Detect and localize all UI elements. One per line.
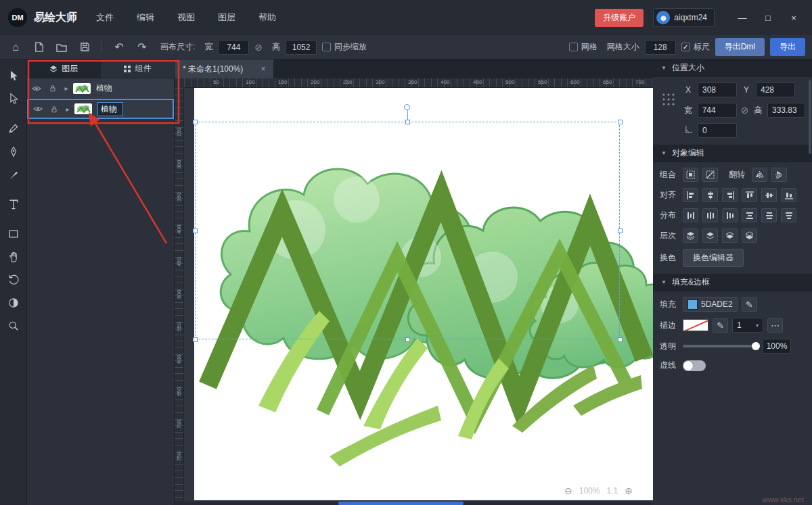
history-tool-icon[interactable] xyxy=(4,270,23,289)
direct-select-tool-icon[interactable] xyxy=(4,89,23,108)
zoom-ratio-button[interactable]: 1:1 xyxy=(606,486,618,496)
bring-to-front-button[interactable] xyxy=(683,229,698,243)
opacity-slider-knob[interactable] xyxy=(752,342,760,350)
horizontal-scrollbar-thumb[interactable] xyxy=(338,502,464,505)
tab-layers[interactable]: 图层 xyxy=(27,59,101,78)
layer-name-edit-field[interactable]: 植物 xyxy=(97,102,123,116)
home-icon[interactable]: ⌂ xyxy=(7,39,24,56)
shape-tool-icon[interactable] xyxy=(4,224,23,243)
save-icon[interactable] xyxy=(76,39,93,56)
select-tool-icon[interactable] xyxy=(4,66,23,85)
canvas-height-input[interactable] xyxy=(286,40,317,55)
section-object-header[interactable]: ▼ 对象编辑 xyxy=(653,145,812,162)
brush-tool-icon[interactable] xyxy=(4,165,23,184)
align-right-button[interactable] xyxy=(722,188,738,202)
menu-item-4[interactable]: 帮助 xyxy=(257,9,277,26)
group-button[interactable] xyxy=(683,168,698,182)
visibility-eye-icon[interactable] xyxy=(30,85,43,92)
section-fill-header[interactable]: ▼ 填充&边框 xyxy=(653,274,812,291)
grid-checkbox-row[interactable]: 网格 xyxy=(569,41,597,53)
stroke-none-swatch[interactable] xyxy=(683,319,708,331)
selection-handle-ne[interactable] xyxy=(618,120,623,124)
unlink-icon[interactable]: ⊘ xyxy=(741,105,749,116)
grid-checkbox[interactable] xyxy=(569,43,578,51)
align-bottom-button[interactable] xyxy=(781,188,796,202)
align-left-button[interactable] xyxy=(683,188,698,202)
layer-row-1[interactable]: ▸ 植物 xyxy=(27,78,174,99)
selection-handle-sw[interactable] xyxy=(193,337,198,342)
gradient-tool-icon[interactable] xyxy=(4,293,23,312)
rotation-input[interactable] xyxy=(698,123,737,138)
sync-scale-checkbox-row[interactable]: 同步缩放 xyxy=(322,41,367,53)
stroke-edit-pen-icon[interactable]: ✎ xyxy=(713,318,728,333)
flip-horizontal-button[interactable] xyxy=(752,168,767,182)
zoom-out-icon[interactable]: ⊖ xyxy=(564,485,572,496)
document-tab[interactable]: * 未命名1(100%) × xyxy=(175,59,273,78)
layer-row-2-selected[interactable]: ▸ 植物 xyxy=(27,99,174,119)
lock-icon[interactable] xyxy=(46,84,60,93)
minimize-button[interactable]: — xyxy=(732,9,752,26)
visibility-eye-icon[interactable] xyxy=(31,105,45,112)
unlink-icon[interactable]: ⊘ xyxy=(254,42,263,53)
canvas-width-input[interactable] xyxy=(218,40,249,55)
x-input[interactable] xyxy=(698,82,737,97)
redo-icon[interactable]: ↷ xyxy=(133,39,151,56)
ruler-checkbox-row[interactable]: ✓ 标尺 xyxy=(681,41,710,53)
document-canvas[interactable] xyxy=(194,88,653,500)
fill-edit-pen-icon[interactable]: ✎ xyxy=(742,297,757,312)
distribute-v-top-button[interactable] xyxy=(742,208,757,222)
ungroup-button[interactable] xyxy=(702,168,718,182)
sync-scale-checkbox[interactable] xyxy=(322,43,331,51)
panel-scrollbar-thumb[interactable] xyxy=(809,80,811,154)
menu-item-3[interactable]: 图层 xyxy=(217,9,237,26)
close-button[interactable]: × xyxy=(784,9,804,26)
distribute-h-center-button[interactable] xyxy=(702,208,718,222)
menu-item-2[interactable]: 视图 xyxy=(176,9,196,26)
rotation-handle[interactable] xyxy=(404,104,410,110)
pen-tool-icon[interactable] xyxy=(4,142,23,161)
flip-vertical-button[interactable] xyxy=(771,168,787,182)
bring-forward-button[interactable] xyxy=(702,229,718,243)
zoom-in-icon[interactable]: ⊕ xyxy=(625,485,633,496)
export-dml-button[interactable]: 导出Dml xyxy=(715,38,765,56)
dash-toggle[interactable] xyxy=(683,360,706,371)
zoom-tool-icon[interactable] xyxy=(4,316,23,335)
selection-handle-s[interactable] xyxy=(405,337,410,342)
expand-caret-icon[interactable]: ▸ xyxy=(62,85,70,92)
selection-handle-se[interactable] xyxy=(618,337,623,342)
maximize-button[interactable]: □ xyxy=(758,9,778,26)
distribute-v-bottom-button[interactable] xyxy=(781,208,796,222)
upgrade-account-button[interactable]: 升级账户 xyxy=(595,9,644,27)
recolor-editor-button[interactable]: 换色编辑器 xyxy=(683,249,744,267)
text-tool-icon[interactable] xyxy=(4,195,23,214)
fill-color-button[interactable]: 5DADE2 xyxy=(683,297,738,312)
width-input[interactable] xyxy=(698,103,737,118)
ruler-checkbox[interactable]: ✓ xyxy=(681,43,690,51)
grid-size-input[interactable] xyxy=(645,40,676,55)
layer-name[interactable]: 植物 xyxy=(96,82,112,94)
section-position-header[interactable]: ▼ 位置大小 xyxy=(653,59,812,77)
distribute-h-left-button[interactable] xyxy=(683,208,698,222)
height-input[interactable] xyxy=(767,103,805,118)
distribute-v-middle-button[interactable] xyxy=(761,208,777,222)
anchor-grid-icon[interactable] xyxy=(661,92,676,109)
send-backward-button[interactable] xyxy=(722,229,738,243)
tab-components[interactable]: 组件 xyxy=(101,59,175,78)
selection-handle-n[interactable] xyxy=(405,120,410,124)
open-folder-icon[interactable] xyxy=(53,39,70,56)
selection-handle-e[interactable] xyxy=(618,229,623,233)
stroke-width-select[interactable]: 1 ▾ xyxy=(732,318,763,333)
selection-handle-w[interactable] xyxy=(193,229,198,233)
pencil-tool-icon[interactable] xyxy=(4,119,23,138)
send-to-back-button[interactable] xyxy=(742,229,757,243)
lock-icon[interactable] xyxy=(47,105,61,114)
hand-tool-icon[interactable] xyxy=(4,247,23,266)
expand-caret-icon[interactable]: ▸ xyxy=(64,105,72,113)
undo-icon[interactable]: ↶ xyxy=(110,39,128,56)
distribute-h-right-button[interactable] xyxy=(722,208,738,222)
export-button[interactable]: 导出 xyxy=(770,38,805,56)
account-box[interactable]: ☻ aiqxtm24 xyxy=(653,8,715,27)
align-middle-v-button[interactable] xyxy=(761,188,777,202)
horizontal-scrollbar[interactable] xyxy=(175,502,653,505)
y-input[interactable] xyxy=(756,82,795,97)
